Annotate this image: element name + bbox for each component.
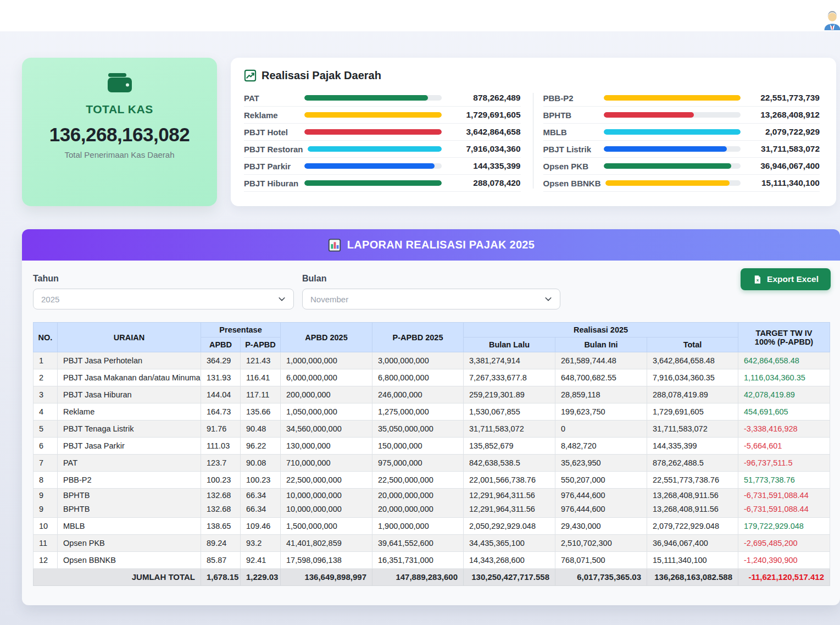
user-avatar-icon[interactable] — [821, 9, 840, 31]
bulan-filter: Bulan November — [302, 274, 560, 309]
tahun-select[interactable]: 2025 — [33, 289, 294, 309]
chart-title: Realisasi Pajak Daerah — [244, 69, 820, 82]
cell-bulan-lalu-text: 12,291,964,311.56 — [469, 489, 549, 501]
cell-target: -1,240,390,900 — [738, 552, 830, 569]
cell-apbd-pct-text: 138.65 — [207, 521, 235, 532]
cell-papbd-text: 150,000,000 — [378, 440, 458, 451]
bar-value: 2,079,722,929 — [749, 127, 820, 137]
cell-total-text: 15,111,340,100 — [653, 555, 732, 566]
cell-apbd-text: 200,000,000 — [286, 389, 366, 400]
cell-target: -5,664,601 — [738, 438, 830, 455]
cell-bulan-ini: 6,017,735,365.03 — [555, 569, 647, 586]
cell-bulan-lalu: 842,638,538.5 — [464, 455, 555, 472]
cell-bulan-lalu: 22,001,566,738.76 — [464, 472, 555, 489]
chevron-down-icon — [278, 295, 286, 303]
header-presentase: Presentase — [201, 323, 281, 338]
cell-papbd-pct: 109.46 — [241, 518, 281, 535]
bar-value: 144,335,399 — [450, 161, 521, 171]
cell-apbd: 17,598,096,138 — [281, 552, 372, 569]
bulan-select[interactable]: November — [302, 289, 560, 309]
cell-no-text: 7 — [39, 457, 52, 468]
cell-apbd-pct: 89.24 — [201, 535, 241, 552]
report-table-wrap: NO. URAIAN Presentase APBD 2025 P-APBD 2… — [33, 322, 829, 586]
cell-bulan-ini-text: 28,859,118 — [561, 389, 641, 400]
cell-apbd: 1,050,000,000 — [281, 403, 372, 421]
cell-target-text: -6,731,591,088.44 — [744, 489, 824, 501]
top-navbar — [0, 0, 840, 31]
header-no: NO. — [34, 323, 58, 352]
cell-apbd: 1,500,000,000 — [281, 518, 372, 535]
realisasi-chart-card: Realisasi Pajak Daerah PAT878,262,489Rek… — [231, 58, 836, 206]
cell-bulan-ini: 199,623,750 — [555, 403, 647, 421]
cell-apbd-pct-text: 123.7 — [207, 457, 235, 468]
cell-target: 642,864,658.48 — [738, 352, 830, 369]
cell-total-text: 1,729,691,605 — [653, 406, 732, 417]
bar-track — [604, 112, 741, 118]
cell-papbd-pct: 92.41 — [241, 552, 281, 569]
cell-papbd-pct: 1,229.03 — [241, 569, 281, 586]
cell-no: 5 — [34, 421, 58, 438]
cell-total-text: 144,335,399 — [653, 440, 732, 451]
report-table: NO. URAIAN Presentase APBD 2025 P-APBD 2… — [33, 322, 830, 586]
cell-bulan-ini: 976,444,600 — [555, 501, 647, 518]
bulan-label: Bulan — [302, 274, 560, 284]
cell-bulan-ini-text: 261,589,744.48 — [561, 355, 641, 366]
cell-no-text: 10 — [39, 521, 52, 532]
bar-label: Opsen BBNKB — [543, 179, 601, 188]
excel-file-icon: x — [753, 275, 762, 284]
chart-bar-row: PBJT Listrik31,711,583,072 — [543, 141, 820, 158]
cell-papbd-text: 1,275,000,000 — [378, 406, 458, 417]
tahun-select-value: 2025 — [41, 295, 59, 304]
table-total-row: JUMLAH TOTAL1,678.151,229.03136,649,898,… — [34, 569, 830, 586]
cell-target: 51,773,738.76 — [738, 472, 830, 489]
bar-track — [304, 95, 442, 101]
cell-total: 36,946,067,400 — [647, 535, 738, 552]
bar-value: 3,642,864,658 — [450, 127, 521, 137]
cell-papbd-pct-text: 116.41 — [246, 372, 275, 383]
cell-total-text: 31,711,583,072 — [653, 423, 732, 434]
cell-apbd: 10,000,000,000 — [281, 501, 372, 518]
cell-papbd-pct: 66.34 — [241, 501, 281, 518]
cell-papbd-text: 20,000,000,000 — [378, 489, 458, 501]
chart-column-divider — [533, 93, 533, 189]
cell-no: 10 — [34, 518, 58, 535]
bar-label: PBJT Hiburan — [244, 179, 300, 188]
table-row: 7PAT123.790.08710,000,000975,000,000842,… — [34, 455, 830, 472]
cell-uraian: PBJT Jasa Hiburan — [58, 386, 201, 403]
cell-uraian: PBJT Jasa Perhotelan — [58, 352, 201, 369]
cell-uraian: PBJT Tenaga Listrik — [58, 421, 201, 438]
cell-bulan-lalu-text: 842,638,538.5 — [469, 457, 549, 468]
cell-papbd-text: 22,500,000,000 — [378, 474, 458, 485]
cell-apbd-pct: 111.03 — [201, 438, 241, 455]
cell-apbd-pct-text: 85.87 — [207, 555, 235, 566]
cell-total-text: 288,078,419.89 — [653, 389, 732, 400]
cell-apbd-pct-text: 131.93 — [207, 372, 235, 383]
cell-bulan-ini-text: 768,071,500 — [561, 555, 641, 566]
cell-target: 42,078,419.89 — [738, 386, 830, 403]
table-row: 1PBJT Jasa Perhotelan364.29121.431,000,0… — [34, 352, 830, 369]
cell-bulan-lalu: 14,343,268,600 — [464, 552, 555, 569]
bar-track — [604, 163, 741, 169]
cell-apbd-pct-text: 1,678.15 — [207, 572, 235, 583]
cell-bulan-lalu: 259,219,301.89 — [464, 386, 555, 403]
export-excel-button[interactable]: x Export Excel — [741, 268, 831, 290]
bar-value: 288,078,420 — [450, 178, 521, 188]
cell-total-text: 7,916,034,360.35 — [653, 372, 732, 383]
chart-bar-row: PBJT Parkir144,335,399 — [244, 158, 521, 175]
bar-fill — [604, 146, 727, 152]
report-card: LAPORAN REALISASI PAJAK 2025 Tahun 2025 … — [22, 229, 840, 605]
cell-bulan-lalu: 12,291,964,311.56 — [464, 501, 555, 518]
cell-no-text: 2 — [39, 372, 52, 383]
cell-bulan-ini-text: 550,207,000 — [561, 474, 641, 485]
cell-bulan-lalu: 1,530,067,855 — [464, 403, 555, 421]
cell-apbd-text: 10,000,000,000 — [286, 489, 366, 501]
cell-papbd: 20,000,000,000 — [372, 501, 464, 518]
cell-uraian: PBJT Jasa Makanan dan/atau Minuman — [58, 369, 201, 386]
cell-no: 8 — [34, 472, 58, 489]
cell-target: 1,116,034,360.35 — [738, 369, 830, 386]
bar-label: PBJT Hotel — [244, 128, 300, 137]
cell-total-text: 136,268,163,082.588 — [653, 572, 732, 583]
cell-no-text: 9 — [39, 489, 52, 501]
cell-total-text: 36,946,067,400 — [653, 538, 732, 549]
cell-bulan-lalu: 135,852,679 — [464, 438, 555, 455]
